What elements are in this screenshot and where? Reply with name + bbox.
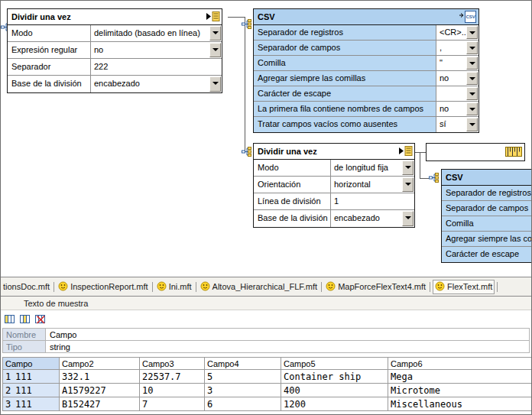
property-row: Carácter de escape [254, 86, 478, 102]
table-cell[interactable]: 22537.7 [140, 370, 205, 384]
tab-separator [497, 282, 498, 292]
property-value[interactable]: encabezado [91, 76, 222, 92]
property-value-text: sí [440, 119, 446, 128]
property-value[interactable]: delimitado (basado en línea) [91, 25, 222, 41]
dropdown-button[interactable] [466, 26, 478, 39]
csv-box-1[interactable]: CSV CSV Separador de registros <CR>... S… [253, 8, 479, 133]
table-cell[interactable]: Container ship [281, 370, 388, 384]
dropdown-button[interactable] [402, 177, 414, 192]
property-value[interactable]: 222 [91, 59, 222, 75]
tab-inspectionreport-mft[interactable]: InspectionReport.mft [57, 280, 150, 294]
row-number: 1 [5, 371, 12, 382]
tab-ini-mft[interactable]: Ini.mft [155, 280, 193, 294]
field-properties-form: Nombre Campo Tipo string [2, 328, 530, 353]
dropdown-button[interactable] [209, 76, 221, 92]
property-value[interactable]: sí [436, 117, 478, 132]
dropdown-button[interactable] [466, 102, 478, 115]
property-row: Expresión regular no [8, 42, 222, 59]
tab-tionsdoc-mft[interactable]: tionsDoc.mft [2, 280, 51, 293]
table-cell[interactable]: 6 [205, 397, 281, 411]
table-cell[interactable]: 1111 [3, 370, 60, 384]
table-cell[interactable]: Microtome [388, 384, 532, 397]
table-cell[interactable]: 5 [205, 370, 281, 384]
property-value[interactable]: no [91, 42, 222, 58]
dropdown-button[interactable] [466, 118, 478, 131]
dropdown-button[interactable] [466, 41, 478, 54]
box-header: CSV [442, 170, 532, 186]
property-label: Comilla [442, 216, 532, 232]
dropdown-button[interactable] [209, 43, 221, 57]
column-header[interactable]: Campo3 [140, 358, 205, 370]
tree-connector-icon [242, 19, 251, 29]
csv-box-2[interactable]: CSV Separador de registros Separador de … [441, 169, 532, 263]
property-value-text: encabezado [334, 213, 380, 222]
property-value[interactable]: encabezado [331, 210, 414, 227]
append-field-button[interactable] [3, 313, 17, 326]
table-cell[interactable]: 332.1 [60, 370, 140, 384]
column-header[interactable]: Campo4 [205, 358, 281, 370]
insert-field-button[interactable] [18, 313, 32, 326]
tab-separator [196, 282, 196, 292]
property-value[interactable]: de longitud fija [331, 160, 414, 176]
tab-mapforceflextext4-mft[interactable]: MapForceFlexText4.mft [324, 280, 427, 294]
property-label: Separador de campos [254, 41, 436, 55]
dropdown-button[interactable] [402, 160, 414, 175]
property-row: Comilla " [254, 56, 478, 71]
property-label: Agregar siempre las comillas [442, 232, 532, 247]
column-header[interactable]: Campo5 [281, 358, 388, 370]
property-value[interactable]: no [436, 71, 478, 86]
dropdown-button[interactable] [209, 26, 221, 41]
tab-altova-hierarchical-flf-mft[interactable]: Altova_Hierarchical_FLF.mft [199, 280, 320, 294]
property-label: Modo [8, 25, 91, 41]
mft-file-icon [58, 281, 68, 293]
table-cell[interactable]: 400 [281, 384, 388, 397]
property-value[interactable] [436, 86, 478, 101]
property-value[interactable]: no [436, 102, 478, 116]
table-cell[interactable]: 3111 [3, 397, 60, 411]
column-header[interactable]: Campo [3, 358, 60, 370]
property-value[interactable]: horizontal [331, 177, 414, 193]
property-label: Expresión regular [8, 42, 91, 58]
property-value[interactable]: 1 [331, 193, 414, 209]
type-value-field[interactable]: string [46, 340, 530, 353]
tab-flextext-mft[interactable]: FlexText.mft [433, 280, 495, 294]
property-value[interactable]: <CR>... [436, 25, 478, 40]
tab-label: Ini.mft [169, 282, 192, 291]
table-cell[interactable]: B152427 [60, 397, 140, 411]
dropdown-button[interactable] [466, 72, 478, 85]
sample-table: Campo Campo2 Campo3 Campo4 Campo5 Campo6… [2, 357, 531, 411]
table-cell[interactable]: 2111 [3, 384, 60, 397]
table-cell[interactable]: 1200 [281, 397, 388, 411]
dropdown-button[interactable] [466, 87, 478, 100]
split-result-icon[interactable] [206, 11, 220, 22]
property-value-text: no [440, 104, 449, 113]
tab-label: tionsDoc.mft [3, 282, 50, 291]
table-cell[interactable]: 3 [205, 384, 281, 397]
panel-title: Texto de muestra [1, 297, 531, 310]
property-value[interactable]: " [436, 56, 478, 70]
property-value[interactable]: , [436, 41, 478, 55]
table-cell[interactable]: A1579227 [60, 384, 140, 397]
property-value-text: " [440, 58, 443, 67]
table-row: 1111 332.1 22537.7 5 Container ship Mega [3, 370, 532, 384]
column-header[interactable]: Campo6 [388, 358, 532, 370]
tab-separator [152, 282, 153, 292]
property-row: Agregar siempre las comillas no [254, 71, 478, 86]
dropdown-button[interactable] [402, 211, 414, 226]
property-label: Comilla [254, 56, 436, 70]
table-cell[interactable]: 10 [140, 384, 205, 397]
table-cell[interactable]: 7 [140, 397, 205, 411]
mapforce-flextext-window: Dividir una vez Modo delimitado (basado … [0, 0, 532, 415]
csv-icon[interactable]: CSV [459, 11, 477, 23]
delete-field-button[interactable] [34, 313, 47, 326]
name-value-field[interactable]: Campo [46, 328, 530, 341]
split-result-icon[interactable] [398, 145, 413, 157]
column-header[interactable]: Campo2 [60, 358, 140, 370]
property-label: Carácter de escape [442, 247, 532, 262]
dropdown-button[interactable] [466, 57, 478, 70]
split-once-box-1[interactable]: Dividir una vez Modo delimitado (basado … [7, 8, 222, 93]
node-box-small[interactable] [426, 143, 525, 161]
table-cell[interactable]: Mega [388, 370, 532, 384]
table-cell[interactable]: Miscellaneous [388, 397, 532, 411]
split-once-box-2[interactable]: Dividir una vez Modo de longitud fija Or… [253, 143, 415, 228]
